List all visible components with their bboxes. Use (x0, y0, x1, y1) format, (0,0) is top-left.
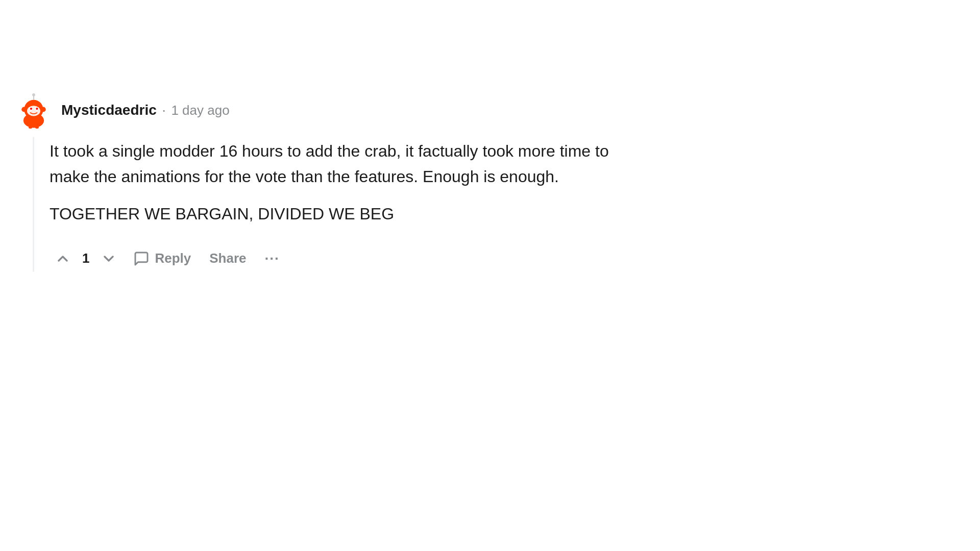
svg-point-10 (32, 93, 35, 96)
svg-point-7 (30, 108, 32, 110)
reply-button[interactable]: Reply (126, 245, 198, 272)
action-bar: 1 Reply Share ··· (50, 245, 801, 272)
reply-label: Reply (155, 251, 191, 266)
more-button[interactable]: ··· (258, 245, 287, 272)
upvote-button[interactable] (50, 245, 76, 272)
downvote-button[interactable] (95, 245, 122, 272)
more-label: ··· (265, 251, 280, 266)
thread-line (33, 137, 34, 272)
comment-container: Mysticdaedric · 1 day ago It took a sing… (0, 0, 817, 272)
comment-body-wrapper: It took a single modder 16 hours to add … (15, 137, 801, 272)
svg-point-2 (21, 107, 27, 112)
comment-bold: TOGETHER WE BARGAIN, DIVIDED WE BEG (50, 202, 801, 227)
comment-line1: It took a single modder 16 hours to add … (50, 142, 609, 160)
share-button[interactable]: Share (202, 245, 253, 271)
svg-rect-12 (35, 127, 39, 129)
vote-count: 1 (80, 251, 91, 266)
timestamp: 1 day ago (171, 103, 229, 118)
username[interactable]: Mysticdaedric (61, 102, 157, 118)
avatar (15, 92, 52, 129)
svg-rect-11 (29, 127, 32, 129)
svg-point-3 (41, 107, 46, 112)
svg-point-4 (27, 106, 40, 116)
username-area: Mysticdaedric · 1 day ago (61, 102, 230, 118)
svg-point-8 (36, 108, 38, 110)
comment-header: Mysticdaedric · 1 day ago (15, 92, 801, 129)
share-label: Share (209, 251, 246, 266)
comment-line2: make the animations for the vote than th… (50, 167, 559, 186)
comment-content: It took a single modder 16 hours to add … (50, 137, 801, 272)
comment-text: It took a single modder 16 hours to add … (50, 139, 801, 227)
separator: · (162, 102, 166, 118)
